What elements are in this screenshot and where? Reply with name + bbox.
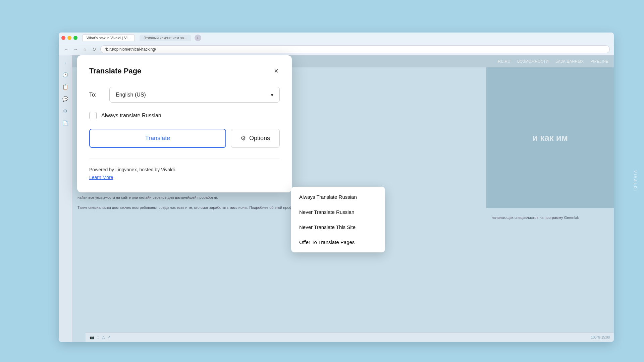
page-side: начинающих специалистов на программу Gre… [486, 209, 614, 226]
options-label: Options [249, 135, 270, 142]
translate-dialog: Translate Page × To: English (US) Englis… [77, 55, 292, 192]
page-hero: и как им [486, 67, 614, 208]
tab-active[interactable]: What's new in Vivaldi | Vi... [82, 34, 135, 41]
close-button[interactable]: × [273, 66, 280, 76]
tab-inactive[interactable]: Этичный хакинг: чем за... [140, 35, 191, 41]
dropdown-item-always-translate[interactable]: Always Translate Russian [291, 189, 385, 204]
always-translate-checkbox[interactable] [89, 112, 97, 119]
reload-button[interactable]: ↻ [91, 46, 98, 53]
powered-by-text: Powered by Lingvanex, hosted by Vivaldi. [89, 167, 280, 172]
back-button[interactable]: ← [63, 46, 69, 53]
learn-more-link[interactable]: Learn More [89, 175, 113, 180]
dropdown-item-never-translate-site[interactable]: Never Translate This Site [291, 220, 385, 235]
hero-text: и как им [526, 126, 575, 150]
dialog-title: Translate Page [89, 67, 141, 75]
checkbox-row: Always translate Russian [89, 112, 280, 119]
nav-item-features[interactable]: ВОЗМОЖНОСТИ [517, 59, 549, 63]
home-button[interactable]: ⌂ [82, 46, 88, 53]
language-select-wrapper: English (US) English (UK) Spanish French… [109, 87, 280, 103]
dropdown-item-offer-translate[interactable]: Offer To Translate Pages [291, 235, 385, 250]
sidebar-icon-chat[interactable]: 💬 [61, 94, 70, 104]
bottom-icon-3[interactable]: △ [102, 335, 105, 340]
options-button[interactable]: ⚙ Options [231, 129, 280, 148]
browser-titlebar: What's new in Vivaldi | Vi... Этичный ха… [59, 33, 614, 43]
minimize-traffic-light[interactable] [67, 36, 71, 40]
forward-button[interactable]: → [72, 46, 79, 53]
bottom-icon-1[interactable]: 📷 [90, 335, 94, 340]
language-select[interactable]: English (US) English (UK) Spanish French… [109, 87, 280, 103]
side-text: начинающих специалистов на программу Gre… [492, 215, 608, 221]
language-row: To: English (US) English (UK) Spanish Fr… [89, 87, 280, 103]
checkbox-label: Always translate Russian [101, 113, 161, 119]
close-traffic-light[interactable] [61, 36, 65, 40]
bottom-icon-2[interactable]: □ [97, 336, 99, 340]
browser-bottom-toolbar: 📷 □ △ ↗ 100 % 15:08 [86, 333, 614, 342]
sidebar-icon-page[interactable]: 📄 [61, 118, 70, 128]
nav-item-pipeline[interactable]: PIPELINE [590, 59, 608, 63]
dialog-footer: Powered by Lingvanex, hosted by Vivaldi.… [89, 159, 280, 180]
translate-button[interactable]: Translate [89, 129, 226, 148]
browser-sidebar: ↓ 🕑 📋 💬 ⚙ 📄 [59, 55, 72, 342]
dialog-buttons: Translate ⚙ Options [89, 129, 280, 148]
new-tab-button[interactable]: + [195, 35, 201, 41]
dropdown-item-never-translate[interactable]: Never Translate Russian [291, 204, 385, 220]
to-label: To: [89, 92, 103, 98]
gear-icon: ⚙ [240, 135, 246, 142]
sidebar-icon-notes[interactable]: 📋 [61, 82, 70, 92]
options-dropdown: Always Translate Russian Never Translate… [291, 187, 385, 252]
nav-item-rbru[interactable]: RB.RU [498, 59, 511, 63]
sidebar-icon-download[interactable]: ↓ [61, 58, 70, 67]
address-bar: ← → ⌂ ↻ rb.ru/opinion/ethical-hacking/ [59, 43, 614, 55]
dialog-header: Translate Page × [89, 66, 280, 76]
maximize-traffic-light[interactable] [73, 36, 77, 40]
sidebar-icon-history[interactable]: 🕑 [61, 70, 70, 79]
zoom-level: 100 % 15:08 [591, 336, 610, 339]
nav-item-database[interactable]: БАЗА ДАННЫХ [555, 59, 584, 63]
bottom-icon-4[interactable]: ↗ [107, 335, 110, 340]
sidebar-icon-settings[interactable]: ⚙ [61, 106, 70, 116]
url-input[interactable]: rb.ru/opinion/ethical-hacking/ [100, 45, 610, 53]
vivaldi-brand: VIVALDI [633, 170, 637, 192]
